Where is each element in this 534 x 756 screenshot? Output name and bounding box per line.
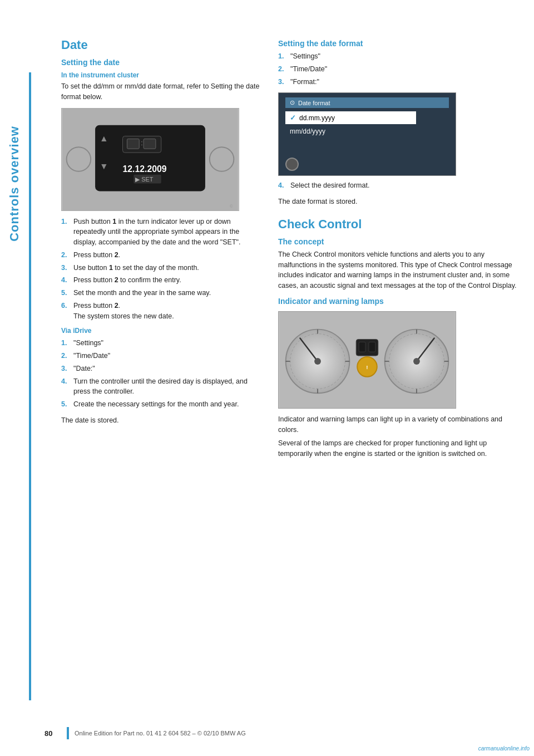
- list-item: 4. Turn the controller until the desired…: [61, 376, 261, 397]
- date-format-steps-list: 1. "Settings" 2. "Time/Date" 3. "Format:…: [278, 51, 517, 87]
- section-title-date: Date: [61, 38, 261, 52]
- date-format-stored: The date format is stored.: [278, 197, 517, 207]
- list-item: 3. "Format:": [278, 77, 517, 87]
- list-item: 5. Create the necessary settings for the…: [61, 399, 261, 410]
- list-item: 3. Use button 1 to set the day of the mo…: [61, 263, 261, 273]
- carmanuals-watermark: carmanualonline.info: [478, 745, 530, 752]
- list-item: 3. "Date:": [61, 364, 261, 374]
- date-format-option-1-text: dd.mm.yyyy: [299, 114, 335, 122]
- concept-text: The Check Control monitors vehicle funct…: [278, 249, 517, 291]
- page-number: 80: [44, 729, 61, 738]
- svg-text::: :: [141, 139, 142, 147]
- list-item: 2. "Time/Date": [61, 351, 261, 361]
- date-format-screen-title: Date format: [298, 100, 330, 106]
- list-item: 4. Press button 2 to confirm the entry.: [61, 275, 261, 286]
- indicator-lamps-title: Indicator and warning lamps: [278, 297, 517, 306]
- indicator-text2: Several of the lamps are checked for pro…: [278, 438, 517, 459]
- footer: 80 Online Edition for Part no. 01 41 2 6…: [0, 727, 534, 739]
- date-format-title-bar: ⊙ Date format: [285, 97, 449, 108]
- main-content: Date Setting the date In the instrument …: [44, 33, 534, 463]
- svg-text:▼: ▼: [100, 161, 108, 170]
- svg-text:12.12.2009: 12.12.2009: [123, 164, 167, 173]
- date-format-screen: ⊙ Date format ✓ dd.mm.yyyy mm/dd/yyyy: [278, 92, 456, 176]
- instrument-cluster-intro: To set the dd/mm or mm/dd date format, r…: [61, 81, 261, 102]
- indicator-text1: Indicator and warning lamps can light up…: [278, 414, 517, 435]
- step4-list: 4. Select the desired format.: [278, 180, 517, 191]
- left-column: Date Setting the date In the instrument …: [61, 33, 261, 463]
- right-column: Setting the date format 1. "Settings" 2.…: [278, 33, 517, 463]
- date-format-option-2-text: mm/dd/yyyy: [290, 127, 325, 135]
- checkmark-icon: ✓: [290, 114, 296, 122]
- sidebar-label-text: Controls overview: [7, 126, 22, 242]
- svg-text:▲: ▲: [100, 134, 108, 143]
- concept-title: The concept: [278, 237, 517, 246]
- footer-text: Online Edition for Part no. 01 41 2 604 …: [75, 730, 246, 737]
- svg-rect-4: [144, 139, 156, 149]
- date-format-option-1: ✓ dd.mm.yyyy: [285, 111, 416, 124]
- list-item: 5. Set the month and the year in the sam…: [61, 288, 261, 298]
- list-item: 1. Push button 1 in the turn indicator l…: [61, 217, 261, 248]
- list-item: 1. "Settings": [61, 338, 261, 348]
- svg-text:!: !: [366, 364, 368, 370]
- subsection-setting-date: Setting the date: [61, 58, 261, 67]
- sidebar-label: Controls overview: [0, 89, 29, 278]
- svg-point-18: [314, 358, 321, 365]
- date-format-option-2: mm/dd/yyyy: [285, 125, 416, 138]
- via-idrive-title: Via iDrive: [61, 327, 261, 335]
- list-item: 2. "Time/Date": [278, 64, 517, 75]
- list-item: 1. "Settings": [278, 51, 517, 62]
- svg-rect-20: [359, 342, 365, 352]
- list-item: 4. Select the desired format.: [278, 180, 517, 191]
- page-container: Controls overview Date Setting the date …: [0, 0, 534, 756]
- list-item: 2. Press button 2.: [61, 250, 261, 261]
- date-format-icon: ⊙: [290, 99, 295, 106]
- setting-date-format-title: Setting the date format: [278, 39, 517, 48]
- via-idrive-steps-list: 1. "Settings" 2. "Time/Date" 3. "Date:" …: [61, 338, 261, 410]
- gauge-image: !: [278, 311, 456, 409]
- check-control-title: Check Control: [278, 217, 517, 232]
- svg-text:©: ©: [230, 204, 233, 208]
- date-stored-text: The date is stored.: [61, 415, 261, 426]
- svg-text:▶ SET: ▶ SET: [135, 175, 154, 182]
- svg-point-27: [413, 358, 420, 365]
- svg-rect-21: [369, 342, 375, 352]
- instrument-cluster-image: : 12.12.2009 ▶ SET ▲ ▼ ©: [61, 108, 239, 211]
- svg-rect-3: [127, 139, 139, 149]
- list-item: 6. Press button 2.The system stores the …: [61, 301, 261, 322]
- sub-subsection-instrument-cluster: In the instrument cluster: [61, 71, 261, 79]
- sidebar-bar: [29, 72, 31, 700]
- instrument-steps-list: 1. Push button 1 in the turn indicator l…: [61, 217, 261, 322]
- date-format-inner: ⊙ Date format ✓ dd.mm.yyyy mm/dd/yyyy: [279, 93, 456, 175]
- footer-bar: [67, 727, 69, 739]
